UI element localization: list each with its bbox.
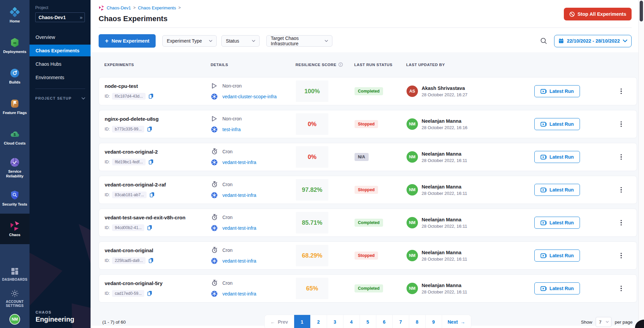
- experiment-name[interactable]: vedant-test-save-nd-exit-v8h-cron: [105, 215, 211, 220]
- rail-module-security-tests[interactable]: Security Tests: [0, 183, 30, 214]
- latest-run-button[interactable]: Latest Run: [534, 184, 580, 196]
- status-filter[interactable]: Status: [221, 35, 260, 47]
- experiment-name[interactable]: nginx-pod-delete-u8sg: [105, 116, 211, 122]
- copy-icon[interactable]: [149, 258, 154, 263]
- new-experiment-button[interactable]: + New Experiment: [99, 34, 156, 48]
- sidebar-item-chaos-hubs[interactable]: Chaos Hubs: [30, 58, 91, 70]
- sidebar-item-environments[interactable]: Environments: [30, 71, 91, 83]
- experiment-name[interactable]: vedant-cron-original: [105, 248, 211, 253]
- rail-module-builds[interactable]: Builds: [0, 61, 30, 92]
- project-setup-section[interactable]: PROJECT SETUP: [35, 96, 85, 100]
- date-range-picker[interactable]: 22/10/2022 - 28/10/2022: [554, 35, 632, 47]
- scrollbar-thumb[interactable]: [640, 1, 643, 21]
- table-row: vedant-cron-original-2 ID: f6d19bc1-fedf…: [99, 143, 637, 171]
- copy-icon[interactable]: [147, 126, 152, 132]
- updated-by-name: Neelanjan Manna: [422, 283, 467, 288]
- rail-module-service-reliability[interactable]: Service Reliability: [0, 153, 30, 183]
- pagination-page-8[interactable]: 8: [409, 315, 425, 328]
- pagination-page-9[interactable]: 9: [425, 315, 442, 328]
- pagination-page-2[interactable]: 2: [310, 315, 327, 328]
- security-tests-icon: [10, 190, 20, 200]
- experiment-name[interactable]: vedant-cron-original-2: [105, 149, 211, 155]
- infrastructure-link[interactable]: vedant-test-infra: [222, 193, 256, 198]
- pagination-next[interactable]: Next →: [442, 315, 471, 328]
- pagination-page-1[interactable]: 1: [294, 315, 310, 328]
- stop-all-experiments-button[interactable]: Stop All Experiments: [564, 8, 632, 20]
- pagination-page-5[interactable]: 5: [360, 315, 376, 328]
- experiment-name[interactable]: vedant-cron-original-5ry: [105, 280, 211, 286]
- schedule-type: Cron: [222, 215, 232, 220]
- infrastructure-link[interactable]: vedant-test-infra: [222, 225, 256, 231]
- target-infrastructure-filter[interactable]: Target Chaos Infrastructure: [266, 35, 332, 47]
- breadcrumb-experiments-link[interactable]: Chaos Experiments: [138, 5, 176, 10]
- infrastructure-link[interactable]: vedant-test-infra: [222, 160, 256, 165]
- copy-icon[interactable]: [147, 225, 152, 230]
- infrastructure-link[interactable]: vedant-test-infra: [222, 291, 256, 296]
- latest-run-button[interactable]: Latest Run: [534, 118, 580, 130]
- copy-icon[interactable]: [149, 93, 154, 99]
- pagination-prev[interactable]: ← Prev: [265, 315, 293, 328]
- info-icon[interactable]: [338, 62, 343, 67]
- sidebar-item-overview[interactable]: Overview: [30, 31, 91, 43]
- last-updated-by-cell: NM Neelanjan Manna 28 October 2022, 16:1…: [407, 118, 534, 130]
- row-menu-icon[interactable]: [617, 218, 626, 228]
- row-menu-icon[interactable]: [617, 152, 626, 162]
- pagination-page-7[interactable]: 7: [392, 315, 409, 328]
- action-cell: Latest Run: [534, 250, 617, 262]
- last-run-status-cell: Stopped: [355, 186, 407, 194]
- rail-module-chaos[interactable]: Chaos: [0, 214, 30, 244]
- project-label: Project: [35, 5, 91, 10]
- pagination-page-3[interactable]: 3: [327, 315, 343, 328]
- prohibit-icon: [569, 11, 575, 17]
- infrastructure-link[interactable]: vedant-test-infra: [222, 258, 256, 264]
- rail-item-dashboards[interactable]: DASHBOARDS: [1, 262, 29, 286]
- latest-run-button[interactable]: Latest Run: [534, 217, 580, 229]
- resilience-score-cell: 0%: [296, 113, 355, 135]
- row-menu-icon[interactable]: [617, 119, 626, 129]
- copy-icon[interactable]: [150, 192, 155, 198]
- expand-nav-icon[interactable]: »: [80, 14, 83, 20]
- search-button[interactable]: [539, 36, 549, 46]
- experiment-type-filter[interactable]: Experiment Type: [162, 35, 217, 47]
- arrow-right-icon: →: [461, 319, 465, 325]
- row-menu-icon[interactable]: [617, 185, 626, 195]
- per-page-select[interactable]: 7: [596, 317, 611, 327]
- run-icon: [540, 89, 547, 94]
- experiment-id: 94cd00b2-41...: [112, 224, 144, 231]
- latest-run-button[interactable]: Latest Run: [534, 151, 580, 163]
- vertical-scrollbar[interactable]: [638, 0, 644, 328]
- copy-icon[interactable]: [149, 159, 154, 165]
- row-menu-icon[interactable]: [617, 284, 626, 293]
- pagination-page-4[interactable]: 4: [343, 315, 360, 328]
- column-resilience-score: RESILIENCE SCORE: [296, 62, 354, 67]
- project-selector[interactable]: Chaos-Dev1 »: [35, 12, 85, 22]
- sidebar-item-chaos-experiments[interactable]: Chaos Experiments: [30, 45, 91, 56]
- infrastructure-link[interactable]: test-infra: [222, 127, 240, 132]
- rail-module-home[interactable]: Home: [0, 0, 30, 31]
- breadcrumb-separator: >: [133, 5, 136, 10]
- infrastructure-link[interactable]: vedant-cluster-scope-infra: [222, 94, 277, 99]
- copy-icon[interactable]: [147, 290, 152, 296]
- row-menu-icon[interactable]: [617, 251, 626, 261]
- chevron-down-icon: [623, 40, 627, 42]
- user-avatar[interactable]: NM: [9, 314, 20, 325]
- rail-module-feature-flags[interactable]: Feature Flags: [0, 92, 30, 122]
- latest-run-button[interactable]: Latest Run: [534, 282, 580, 294]
- action-cell: Latest Run: [534, 85, 617, 97]
- experiment-name[interactable]: vedant-cron-original-2-raf: [105, 182, 211, 187]
- pager: ← Prev123456789Next →: [264, 315, 471, 328]
- pagination-page-6[interactable]: 6: [376, 315, 392, 328]
- row-menu-icon[interactable]: [617, 87, 626, 96]
- experiment-name[interactable]: node-cpu-test: [105, 83, 211, 89]
- latest-run-button[interactable]: Latest Run: [534, 250, 580, 262]
- rail-module-deployments[interactable]: ∞ Deployments: [0, 31, 30, 61]
- rail-item-account-settings[interactable]: ACCOUNT SETTINGS: [0, 286, 30, 311]
- updated-at: 28 October 2022, 16:11: [422, 257, 467, 262]
- last-updated-by-cell: AS Akash Shrivastava 28 October 2022, 16…: [407, 86, 534, 97]
- rail-module-cloud-costs[interactable]: $ Cloud Costs: [0, 122, 30, 153]
- breadcrumb-project-link[interactable]: Chaos-Dev1: [107, 5, 131, 10]
- latest-run-button[interactable]: Latest Run: [534, 85, 580, 97]
- action-cell: Latest Run: [534, 184, 617, 196]
- chaos-icon: [10, 221, 20, 231]
- row-menu-cell: [617, 152, 637, 162]
